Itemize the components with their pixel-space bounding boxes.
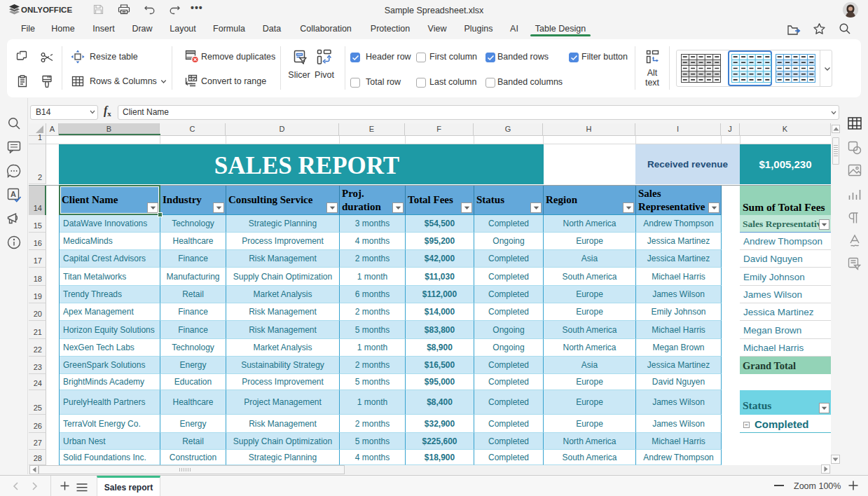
svg-text:A: A — [11, 190, 16, 198]
